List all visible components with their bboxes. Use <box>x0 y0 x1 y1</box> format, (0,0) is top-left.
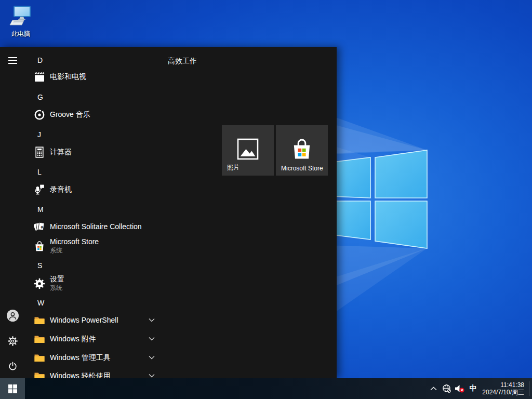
desktop-icon-label: 此电脑 <box>5 30 36 38</box>
volume-muted-icon <box>455 384 465 393</box>
movies-tv-icon <box>34 71 45 83</box>
chevron-up-icon <box>430 387 437 391</box>
app-section-header[interactable]: S <box>37 260 42 271</box>
app-item-label: Microsoft Solitaire Collection <box>50 222 142 231</box>
folder-item-windows-admin-tools[interactable]: Windows 管理工具 <box>0 350 175 366</box>
app-section-header[interactable]: W <box>37 298 44 308</box>
chevron-down-icon[interactable] <box>149 374 155 378</box>
app-item-label: Groove 音乐 <box>50 110 90 119</box>
app-item-label: 设置 <box>50 275 64 284</box>
chevron-down-icon[interactable] <box>149 337 155 341</box>
photos-icon <box>236 138 259 161</box>
folder-item-label: Windows 附件 <box>50 335 96 344</box>
app-item-solitaire[interactable]: ♠ Microsoft Solitaire Collection <box>0 219 175 235</box>
store-icon <box>34 241 45 252</box>
app-item-sublabel: 系统 <box>50 246 62 255</box>
app-item-label: 电影和电视 <box>50 72 86 82</box>
system-tray: 中 11:41:38 2024/7/10/周三 <box>427 378 532 399</box>
windows-logo-icon <box>8 384 17 393</box>
app-section-header[interactable]: M <box>37 204 44 215</box>
voice-recorder-icon <box>34 184 45 195</box>
clock-time: 11:41:38 <box>480 381 524 389</box>
desktop-icon-this-pc[interactable]: 此电脑 <box>5 5 36 38</box>
app-section-header[interactable]: D <box>37 55 43 65</box>
taskbar: 中 11:41:38 2024/7/10/周三 <box>0 378 532 399</box>
app-item-microsoft-store[interactable]: Microsoft Store 系统 <box>0 237 175 256</box>
folder-item-label: Windows PowerShell <box>50 316 118 324</box>
hamburger-icon <box>8 55 17 65</box>
folder-item-windows-powershell[interactable]: Windows PowerShell <box>0 312 175 329</box>
globe-no-internet-icon <box>442 384 451 393</box>
app-item-calculator[interactable]: 计算器 <box>0 144 175 161</box>
chevron-down-icon[interactable] <box>149 355 155 360</box>
tile-label: Microsoft Store <box>281 165 323 172</box>
folder-icon <box>34 352 45 364</box>
start-menu: D 电影和电视 G Groove 音乐 J <box>0 47 337 378</box>
calculator-icon <box>34 147 45 158</box>
app-section-header[interactable]: L <box>37 167 42 177</box>
tile-group-title[interactable]: 高效工作 <box>168 57 197 66</box>
start-button[interactable] <box>0 378 25 399</box>
app-item-label: 录音机 <box>50 185 72 194</box>
app-item-sublabel: 系统 <box>50 284 62 292</box>
folder-icon <box>34 315 45 326</box>
settings-gear-icon <box>34 278 45 289</box>
folder-item-windows-accessories[interactable]: Windows 附件 <box>0 331 175 348</box>
volume-button[interactable] <box>453 378 466 399</box>
tile-microsoft-store[interactable]: Microsoft Store <box>276 125 328 176</box>
tile-label: 照片 <box>227 163 240 172</box>
computer-icon <box>9 5 32 27</box>
app-item-movies-tv[interactable]: 电影和电视 <box>0 69 175 85</box>
app-item-label: 计算器 <box>50 148 72 157</box>
app-item-label: Microsoft Store <box>50 237 99 246</box>
groove-music-icon <box>34 109 45 121</box>
clock-date: 2024/7/10/周三 <box>480 389 524 396</box>
show-desktop-button[interactable] <box>529 378 532 399</box>
taskbar-clock[interactable]: 11:41:38 2024/7/10/周三 <box>480 381 529 396</box>
store-icon <box>290 138 313 161</box>
app-item-settings[interactable]: 设置 系统 <box>0 274 175 293</box>
app-item-groove-music[interactable]: Groove 音乐 <box>0 107 175 123</box>
tray-expand-button[interactable] <box>427 378 440 399</box>
network-status-button[interactable] <box>440 378 453 399</box>
folder-icon <box>34 334 45 345</box>
app-section-header[interactable]: J <box>37 129 41 140</box>
folder-item-label: Windows 管理工具 <box>50 353 111 363</box>
solitaire-icon: ♠ <box>34 221 45 233</box>
tile-photos[interactable]: 照片 <box>222 125 274 176</box>
ime-indicator[interactable]: 中 <box>466 384 480 393</box>
app-section-header[interactable]: G <box>37 92 43 102</box>
app-item-voice-recorder[interactable]: 录音机 <box>0 181 175 198</box>
chevron-down-icon[interactable] <box>149 318 155 322</box>
